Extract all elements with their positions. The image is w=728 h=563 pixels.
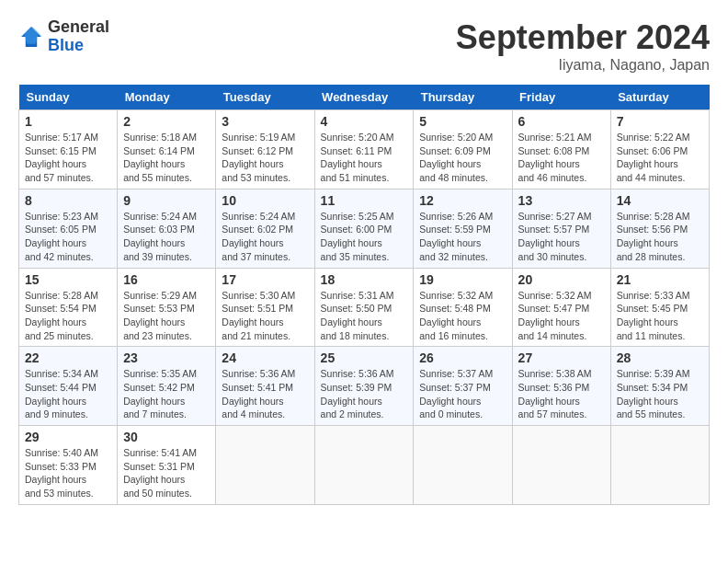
logo: General Blue — [18, 18, 109, 55]
logo-icon — [18, 24, 44, 50]
calendar-day-3: 3Sunrise: 5:19 AMSunset: 6:12 PMDaylight… — [216, 110, 314, 190]
calendar-day-empty — [610, 426, 709, 505]
calendar-day-2: 2Sunrise: 5:18 AMSunset: 6:14 PMDaylight… — [118, 110, 216, 190]
calendar-day-27: 27Sunrise: 5:38 AMSunset: 5:36 PMDayligh… — [512, 347, 610, 426]
calendar-day-8: 8Sunrise: 5:23 AMSunset: 6:05 PMDaylight… — [19, 189, 118, 268]
calendar-day-30: 30Sunrise: 5:41 AMSunset: 5:31 PMDayligh… — [118, 426, 216, 505]
logo-general-text: General — [48, 17, 109, 36]
calendar-week-2: 15Sunrise: 5:28 AMSunset: 5:54 PMDayligh… — [19, 268, 710, 347]
calendar-day-15: 15Sunrise: 5:28 AMSunset: 5:54 PMDayligh… — [19, 268, 118, 347]
calendar-day-5: 5Sunrise: 5:20 AMSunset: 6:09 PMDaylight… — [414, 110, 512, 190]
calendar-day-17: 17Sunrise: 5:30 AMSunset: 5:51 PMDayligh… — [216, 268, 314, 347]
calendar-day-4: 4Sunrise: 5:20 AMSunset: 6:11 PMDaylight… — [314, 110, 414, 190]
calendar-day-empty — [512, 426, 610, 505]
calendar-day-9: 9Sunrise: 5:24 AMSunset: 6:03 PMDaylight… — [118, 189, 216, 268]
calendar-week-3: 22Sunrise: 5:34 AMSunset: 5:44 PMDayligh… — [19, 347, 710, 426]
calendar-day-21: 21Sunrise: 5:33 AMSunset: 5:45 PMDayligh… — [610, 268, 709, 347]
calendar-day-1: 1Sunrise: 5:17 AMSunset: 6:15 PMDaylight… — [19, 110, 118, 190]
logo-blue-text: Blue — [48, 36, 84, 54]
calendar-day-20: 20Sunrise: 5:32 AMSunset: 5:47 PMDayligh… — [512, 268, 610, 347]
header: General Blue September 2024 Iiyama, Naga… — [18, 18, 710, 74]
calendar-table: SundayMondayTuesdayWednesdayThursdayFrid… — [18, 85, 710, 505]
header-friday: Friday — [512, 85, 610, 110]
calendar-day-29: 29Sunrise: 5:40 AMSunset: 5:33 PMDayligh… — [19, 426, 118, 505]
calendar-day-22: 22Sunrise: 5:34 AMSunset: 5:44 PMDayligh… — [19, 347, 118, 426]
calendar-day-empty — [314, 426, 414, 505]
title-area: September 2024 Iiyama, Nagano, Japan — [456, 18, 710, 74]
calendar-week-1: 8Sunrise: 5:23 AMSunset: 6:05 PMDaylight… — [19, 189, 710, 268]
calendar-day-25: 25Sunrise: 5:36 AMSunset: 5:39 PMDayligh… — [314, 347, 414, 426]
calendar-day-empty — [216, 426, 314, 505]
calendar-day-10: 10Sunrise: 5:24 AMSunset: 6:02 PMDayligh… — [216, 189, 314, 268]
calendar-day-28: 28Sunrise: 5:39 AMSunset: 5:34 PMDayligh… — [610, 347, 709, 426]
calendar-day-11: 11Sunrise: 5:25 AMSunset: 6:00 PMDayligh… — [314, 189, 414, 268]
calendar-day-13: 13Sunrise: 5:27 AMSunset: 5:57 PMDayligh… — [512, 189, 610, 268]
calendar-day-12: 12Sunrise: 5:26 AMSunset: 5:59 PMDayligh… — [414, 189, 512, 268]
calendar-day-24: 24Sunrise: 5:36 AMSunset: 5:41 PMDayligh… — [216, 347, 314, 426]
month-title: September 2024 — [456, 18, 710, 57]
header-saturday: Saturday — [610, 85, 709, 110]
header-monday: Monday — [118, 85, 216, 110]
header-sunday: Sunday — [19, 85, 118, 110]
calendar-day-18: 18Sunrise: 5:31 AMSunset: 5:50 PMDayligh… — [314, 268, 414, 347]
location: Iiyama, Nagano, Japan — [456, 57, 710, 74]
header-tuesday: Tuesday — [216, 85, 314, 110]
calendar-week-4: 29Sunrise: 5:40 AMSunset: 5:33 PMDayligh… — [19, 426, 710, 505]
calendar-day-7: 7Sunrise: 5:22 AMSunset: 6:06 PMDaylight… — [610, 110, 709, 190]
header-wednesday: Wednesday — [314, 85, 414, 110]
calendar-week-0: 1Sunrise: 5:17 AMSunset: 6:15 PMDaylight… — [19, 110, 710, 190]
header-thursday: Thursday — [414, 85, 512, 110]
calendar-day-empty — [414, 426, 512, 505]
calendar-header-row: SundayMondayTuesdayWednesdayThursdayFrid… — [19, 85, 710, 110]
calendar-day-26: 26Sunrise: 5:37 AMSunset: 5:37 PMDayligh… — [414, 347, 512, 426]
calendar-day-14: 14Sunrise: 5:28 AMSunset: 5:56 PMDayligh… — [610, 189, 709, 268]
calendar-day-6: 6Sunrise: 5:21 AMSunset: 6:08 PMDaylight… — [512, 110, 610, 190]
calendar-day-19: 19Sunrise: 5:32 AMSunset: 5:48 PMDayligh… — [414, 268, 512, 347]
calendar-day-16: 16Sunrise: 5:29 AMSunset: 5:53 PMDayligh… — [118, 268, 216, 347]
calendar-day-23: 23Sunrise: 5:35 AMSunset: 5:42 PMDayligh… — [118, 347, 216, 426]
